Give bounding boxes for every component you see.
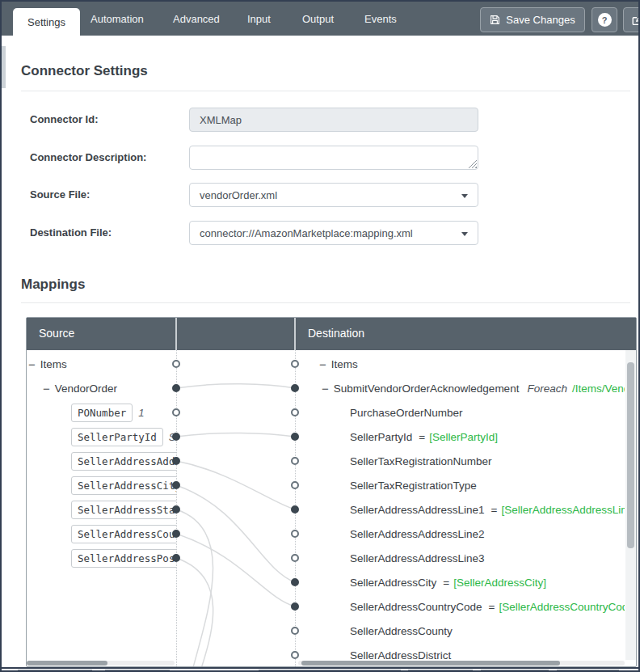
edit-button[interactable]: [623, 7, 640, 32]
source-row-vendororder[interactable]: − VendorOrder: [43, 376, 174, 400]
map-node[interactable]: [291, 530, 299, 538]
tree-label: SellerAddressAddressLine3: [350, 552, 485, 564]
connector-id-input[interactable]: [189, 108, 478, 132]
source-file-value: vendorOrder.xml: [200, 189, 277, 201]
field-box[interactable]: SellerPartyId: [71, 428, 163, 446]
map-node[interactable]: [291, 457, 299, 465]
destination-row-selleraddressaddressline2[interactable]: SellerAddressAddressLine2: [350, 522, 625, 546]
field-box[interactable]: SellerAddressCoun: [71, 525, 176, 543]
destination-row-selleraddresscounty[interactable]: SellerAddressCounty: [350, 619, 625, 643]
tree-label: SellerAddressDistrict: [350, 649, 451, 661]
help-button[interactable]: ?: [592, 7, 617, 32]
map-node[interactable]: [172, 408, 180, 416]
tab-advanced[interactable]: Advanced: [173, 2, 220, 36]
collapse-icon[interactable]: −: [322, 382, 329, 395]
map-node[interactable]: [291, 481, 299, 489]
source-row-selleraddresspostal[interactable]: SellerAddressPost: [71, 546, 176, 570]
source-file-select[interactable]: vendorOrder.xml: [189, 183, 478, 207]
collapse-icon[interactable]: −: [319, 358, 326, 370]
tab-automation[interactable]: Automation: [91, 2, 144, 36]
field-box[interactable]: SellerAddressStat: [71, 501, 176, 519]
mappings-title: Mappings: [21, 277, 85, 293]
sample-value: 1: [138, 407, 144, 419]
map-node[interactable]: [291, 627, 299, 635]
mappings-panel: Source Destination: [26, 317, 637, 667]
scrollbar-thumb[interactable]: [27, 661, 107, 666]
save-icon: [490, 15, 500, 25]
map-node[interactable]: [291, 578, 299, 586]
column-separator: [294, 318, 296, 350]
destination-row-purchaseordernumber[interactable]: PurchaseOrderNumber: [350, 400, 625, 425]
tree-label: Items: [40, 358, 67, 370]
connector-description-input[interactable]: [189, 146, 478, 170]
scrollbar-thumb[interactable]: [301, 661, 560, 666]
collapse-icon[interactable]: −: [43, 382, 50, 395]
mapped-source-ref: [SellerPartyId]: [429, 431, 498, 443]
map-node[interactable]: [172, 457, 180, 465]
destination-row-selleraddresscountrycode[interactable]: SellerAddressCountryCode = [SellerAddres…: [350, 594, 625, 619]
destination-row-submitvendororderacknowledgement[interactable]: − SubmitVendorOrderAcknowledgement Forea…: [305, 376, 625, 400]
edit-icon: [631, 15, 640, 26]
collapse-icon[interactable]: −: [28, 358, 36, 370]
map-node[interactable]: [291, 408, 299, 416]
source-file-label: Source File:: [30, 188, 183, 201]
map-node[interactable]: [291, 505, 299, 514]
tab-advanced-label: Advanced: [173, 13, 220, 25]
source-row-selleraddressstate[interactable]: SellerAddressStat: [71, 497, 176, 522]
destination-row-selleraddressaddressline3[interactable]: SellerAddressAddressLine3: [350, 546, 625, 570]
map-node[interactable]: [172, 384, 180, 392]
map-node[interactable]: [291, 433, 299, 441]
source-row-selleraddresscity[interactable]: SellerAddressCity: [71, 473, 176, 497]
destination-row-selleraddressaddressline1[interactable]: SellerAddressAddressLine1 = [SellerAddre…: [350, 497, 625, 522]
destination-file-value: connector://AmazonMarketplace:mapping.xm…: [200, 227, 413, 239]
left-edge-strip: [2, 46, 6, 88]
field-box[interactable]: SellerAddressPost: [71, 549, 176, 568]
destination-row-items[interactable]: − Items: [305, 352, 625, 376]
dropdown-caret-icon: [461, 194, 468, 198]
destination-vertical-scrollbar[interactable]: [625, 350, 636, 660]
tab-output[interactable]: Output: [302, 2, 334, 36]
mapped-source-ref: [SellerAddressCountryCode]: [499, 601, 625, 613]
foreach-label: Foreach: [527, 382, 567, 395]
tree-label: SellerTaxRegistrationNumber: [350, 455, 492, 467]
tree-label: SellerAddressCountryCode: [350, 601, 482, 613]
tab-events[interactable]: Events: [364, 2, 397, 36]
source-row-items[interactable]: − Items: [28, 352, 174, 376]
scrollbar-thumb[interactable]: [627, 362, 634, 548]
map-node[interactable]: [172, 554, 180, 562]
tab-settings[interactable]: Settings: [13, 8, 80, 36]
map-node[interactable]: [172, 505, 180, 514]
destination-horizontal-scrollbar[interactable]: [298, 661, 625, 666]
bottom-border-line: [2, 667, 638, 669]
destination-file-select[interactable]: connector://AmazonMarketplace:mapping.xm…: [189, 221, 478, 245]
tree-label: PurchaseOrderNumber: [350, 407, 463, 419]
map-node[interactable]: [291, 384, 299, 392]
map-node[interactable]: [172, 360, 180, 368]
destination-row-sellertaxregistrationnumber[interactable]: SellerTaxRegistrationNumber: [350, 449, 625, 473]
source-row-sellerpartyid[interactable]: SellerPartyId Som: [71, 425, 176, 449]
tab-output-label: Output: [302, 13, 334, 25]
save-changes-button[interactable]: Save Changes: [480, 7, 585, 32]
map-node[interactable]: [291, 651, 299, 659]
map-node[interactable]: [291, 554, 299, 562]
map-node[interactable]: [172, 530, 180, 538]
destination-row-selleraddresscity[interactable]: SellerAddressCity = [SellerAddressCity]: [350, 570, 625, 594]
field-box[interactable]: SellerAddressAddr: [71, 452, 176, 471]
tree-label: SellerTaxRegistrationType: [350, 480, 477, 492]
mappings-panel-body: − Items − VendorOrder PONumber 1 SellerP…: [27, 350, 636, 666]
map-node[interactable]: [172, 481, 180, 489]
destination-row-sellerpartyid[interactable]: SellerPartyId = [SellerPartyId]: [350, 425, 625, 449]
source-row-selleraddresscountry[interactable]: SellerAddressCoun: [71, 522, 176, 546]
tree-label: Items: [331, 358, 358, 370]
field-box[interactable]: SellerAddressCity: [71, 476, 176, 495]
source-row-selleraddressaddressline1[interactable]: SellerAddressAddr: [71, 449, 176, 473]
map-node[interactable]: [291, 602, 299, 611]
tab-input[interactable]: Input: [247, 2, 271, 36]
source-row-ponumber[interactable]: PONumber 1: [71, 400, 176, 425]
destination-row-sellertaxregistrationtype[interactable]: SellerTaxRegistrationType: [350, 473, 625, 497]
map-node[interactable]: [291, 360, 299, 368]
source-horizontal-scrollbar[interactable]: [27, 661, 175, 666]
field-box[interactable]: PONumber: [71, 404, 133, 422]
section-divider: [21, 91, 630, 91]
map-node[interactable]: [172, 433, 180, 441]
